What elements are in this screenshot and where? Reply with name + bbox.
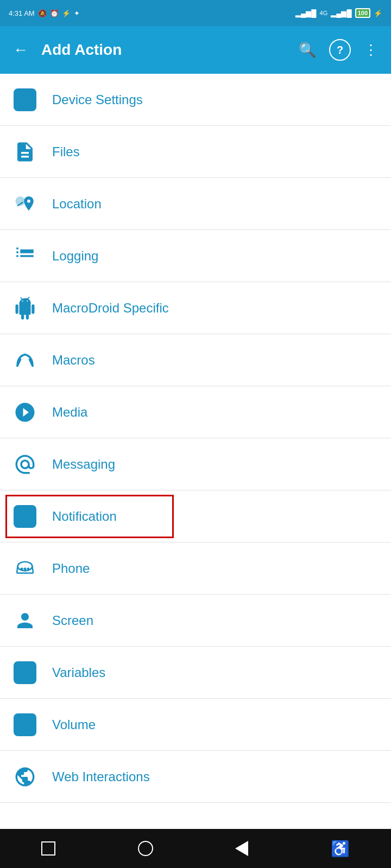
media-label: Media: [52, 405, 87, 420]
svg-point-6: [21, 567, 23, 570]
messaging-icon: [11, 450, 39, 478]
toolbar: ← Add Action 🔍 ? ⋮: [0, 26, 391, 74]
logging-label: Logging: [52, 248, 98, 264]
list-item-macrodroid-specific[interactable]: MacroDroid Specific: [0, 282, 391, 334]
web-interactions-label: Web Interactions: [52, 769, 150, 784]
svg-line-4: [32, 566, 33, 573]
variables-icon: [11, 659, 39, 687]
logging-icon: [11, 242, 39, 270]
list-item-notification[interactable]: Notification: [0, 490, 391, 542]
macros-label: Macros: [52, 353, 95, 368]
recents-icon: [41, 841, 55, 856]
volume-icon: [11, 711, 39, 739]
list-item-variables[interactable]: Variables: [0, 647, 391, 699]
mute-icon: 🔕: [38, 9, 47, 17]
list-item-location[interactable]: Location: [0, 178, 391, 230]
nav-home-button[interactable]: [133, 835, 159, 861]
list-item-screen[interactable]: Screen: [0, 595, 391, 647]
status-left: 4:31 AM 🔕 ⏰ ⚡ ✦: [9, 9, 80, 17]
back-icon: [235, 841, 248, 856]
action-list: Device Settings Files Location Logging M…: [0, 74, 391, 829]
status-time: 4:31 AM: [9, 9, 35, 17]
nav-accessibility-button[interactable]: ♿: [325, 834, 355, 863]
macrodroid-specific-label: MacroDroid Specific: [52, 301, 169, 316]
device-settings-label: Device Settings: [52, 92, 143, 107]
svg-point-7: [23, 567, 26, 570]
list-item-macros[interactable]: Macros: [0, 334, 391, 386]
macrodroid-specific-icon: [11, 294, 39, 322]
status-bar: 4:31 AM 🔕 ⏰ ⚡ ✦ ▂▄▆█ 4G ▂▄▆█ 100 ⚡: [0, 0, 391, 26]
list-item-web-interactions[interactable]: Web Interactions: [0, 751, 391, 803]
web-interactions-icon: [11, 763, 39, 791]
charging-icon: ⚡: [374, 9, 382, 17]
signal-icon: ✦: [74, 9, 80, 17]
screen-icon: [11, 607, 39, 635]
list-item-messaging[interactable]: Messaging: [0, 438, 391, 490]
screen-label: Screen: [52, 613, 93, 628]
location-label: Location: [52, 196, 102, 212]
notification-label: Notification: [52, 509, 117, 524]
help-button[interactable]: ?: [329, 39, 351, 61]
signal-bars-2: ▂▄▆█: [331, 9, 351, 17]
page-title: Add Action: [41, 41, 286, 59]
nav-back-button[interactable]: [230, 835, 254, 861]
status-right: ▂▄▆█ 4G ▂▄▆█ 100 ⚡: [295, 8, 382, 18]
list-item-files[interactable]: Files: [0, 126, 391, 178]
nav-recents-button[interactable]: [36, 836, 61, 861]
volume-label: Volume: [52, 717, 96, 732]
notification-icon: [11, 502, 39, 531]
search-button[interactable]: 🔍: [294, 37, 320, 63]
more-button[interactable]: ⋮: [360, 37, 382, 63]
accessibility-icon: ♿: [331, 840, 350, 858]
list-item-volume[interactable]: Volume: [0, 699, 391, 751]
back-button[interactable]: ←: [9, 37, 33, 63]
messaging-label: Messaging: [52, 457, 115, 472]
svg-point-8: [27, 567, 29, 570]
phone-label: Phone: [52, 561, 90, 576]
variables-label: Variables: [52, 665, 105, 680]
list-item-media[interactable]: Media: [0, 386, 391, 438]
alarm-icon: ⏰: [50, 9, 59, 17]
bottom-navigation: ♿: [0, 829, 391, 868]
signal-bars: ▂▄▆█: [295, 9, 316, 17]
list-item-logging[interactable]: Logging: [0, 230, 391, 282]
home-icon: [138, 841, 153, 856]
list-item-phone[interactable]: Phone: [0, 542, 391, 595]
files-label: Files: [52, 144, 80, 159]
macros-icon: [11, 346, 39, 374]
device-settings-icon: [11, 86, 39, 114]
svg-line-3: [17, 566, 18, 573]
media-icon: [11, 398, 39, 426]
files-icon: [11, 138, 39, 166]
4g-label: 4G: [320, 10, 328, 16]
battery-indicator: 100: [355, 8, 370, 18]
phone-icon: [11, 554, 39, 583]
location-icon: [11, 190, 39, 218]
usb-icon: ⚡: [62, 9, 71, 17]
list-item-device-settings[interactable]: Device Settings: [0, 74, 391, 126]
